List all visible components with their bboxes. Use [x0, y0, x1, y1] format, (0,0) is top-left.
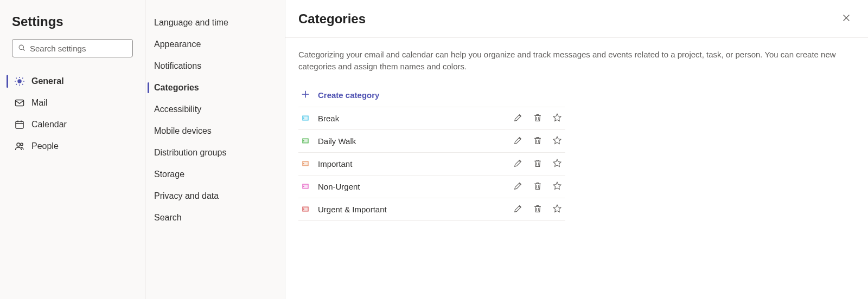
pencil-icon: [513, 204, 523, 215]
star-icon: [552, 113, 562, 124]
category-name: Non-Urgent: [318, 182, 505, 191]
calendar-icon: [14, 119, 25, 130]
svg-rect-3: [16, 100, 24, 106]
pencil-icon: [513, 113, 523, 124]
sidebar-item-label: General: [31, 76, 64, 86]
category-row: Urgent & Important: [298, 198, 565, 221]
category-actions: [512, 158, 563, 170]
category-actions: [512, 180, 563, 192]
category-name: Break: [318, 114, 505, 123]
tag-icon: [301, 181, 310, 191]
svg-rect-4: [16, 121, 23, 128]
favorite-category-button[interactable]: [551, 203, 563, 215]
svg-point-2: [18, 80, 21, 83]
sidebar-item-label: Calendar: [31, 120, 67, 129]
plus-icon: [301, 89, 310, 101]
pencil-icon: [513, 135, 523, 147]
sidebar-item-accessibility[interactable]: Accessibility: [145, 99, 285, 120]
trash-icon: [533, 181, 542, 192]
svg-point-9: [21, 143, 23, 145]
sidebar-item-notifications[interactable]: Notifications: [145, 55, 285, 77]
category-row: Non-Urgent: [298, 176, 565, 198]
star-icon: [552, 204, 562, 215]
category-actions: [512, 112, 563, 124]
people-icon: [14, 141, 25, 152]
edit-category-button[interactable]: [512, 203, 524, 215]
category-row: Important: [298, 153, 565, 176]
sidebar-item-label: Mail: [31, 98, 47, 108]
category-actions: [512, 135, 563, 147]
tag-icon: [301, 204, 310, 214]
delete-category-button[interactable]: [532, 135, 544, 147]
settings-primary-nav: General Mail Calendar People: [8, 68, 137, 157]
settings-main-pane: Categories Categorizing your email and c…: [285, 0, 868, 299]
tag-icon: [301, 136, 310, 146]
sidebar-item-storage[interactable]: Storage: [145, 164, 285, 185]
svg-line-1: [23, 49, 25, 50]
close-button[interactable]: [838, 10, 855, 28]
category-row: Break: [298, 107, 565, 130]
settings-title: Settings: [8, 12, 137, 39]
trash-icon: [533, 158, 542, 170]
star-icon: [552, 181, 562, 192]
settings-primary-sidebar: Settings General Mail Calendar: [0, 0, 145, 299]
sidebar-item-distribution-groups[interactable]: Distribution groups: [145, 142, 285, 164]
search-settings-field[interactable]: [12, 39, 133, 57]
settings-secondary-sidebar: Language and time Appearance Notificatio…: [145, 0, 285, 299]
sidebar-item-language-and-time[interactable]: Language and time: [145, 12, 285, 34]
category-name: Important: [318, 159, 505, 168]
sidebar-item-label: People: [31, 141, 59, 151]
gear-icon: [14, 76, 25, 87]
page-description: Categorizing your email and calendar can…: [298, 49, 852, 73]
trash-icon: [533, 135, 542, 147]
trash-icon: [533, 204, 542, 215]
page-title: Categories: [298, 11, 366, 27]
category-name: Daily Walk: [318, 136, 505, 146]
svg-point-0: [19, 45, 23, 49]
delete-category-button[interactable]: [532, 158, 544, 170]
edit-category-button[interactable]: [512, 112, 524, 124]
sidebar-item-mail[interactable]: Mail: [8, 92, 137, 114]
edit-category-button[interactable]: [512, 158, 524, 170]
star-icon: [552, 158, 562, 170]
edit-category-button[interactable]: [512, 135, 524, 147]
pencil-icon: [513, 181, 523, 192]
close-icon: [841, 13, 851, 24]
sidebar-item-appearance[interactable]: Appearance: [145, 34, 285, 55]
sidebar-item-categories[interactable]: Categories: [145, 77, 285, 99]
mail-icon: [14, 98, 25, 108]
favorite-category-button[interactable]: [551, 158, 563, 170]
category-actions: [512, 203, 563, 215]
create-category-label: Create category: [318, 90, 379, 100]
category-name: Urgent & Important: [318, 205, 505, 214]
delete-category-button[interactable]: [532, 180, 544, 192]
main-header: Categories: [285, 0, 868, 38]
create-category-button[interactable]: Create category: [298, 83, 565, 107]
main-body: Categorizing your email and calendar can…: [285, 38, 868, 221]
edit-category-button[interactable]: [512, 180, 524, 192]
tag-icon: [301, 159, 310, 168]
svg-point-8: [17, 143, 20, 146]
star-icon: [552, 135, 562, 147]
sidebar-item-search[interactable]: Search: [145, 207, 285, 229]
search-icon: [18, 44, 25, 53]
pencil-icon: [513, 158, 523, 170]
sidebar-item-people[interactable]: People: [8, 135, 137, 157]
delete-category-button[interactable]: [532, 203, 544, 215]
category-row: Daily Walk: [298, 130, 565, 153]
trash-icon: [533, 113, 542, 124]
sidebar-item-privacy-and-data[interactable]: Privacy and data: [145, 185, 285, 207]
sidebar-item-mobile-devices[interactable]: Mobile devices: [145, 120, 285, 142]
favorite-category-button[interactable]: [551, 112, 563, 124]
sidebar-item-general[interactable]: General: [8, 70, 137, 92]
category-list: Break Daily Walk Important Non-U: [298, 107, 565, 221]
tag-icon: [301, 113, 310, 123]
search-input[interactable]: [30, 44, 133, 53]
sidebar-item-calendar[interactable]: Calendar: [8, 114, 137, 135]
delete-category-button[interactable]: [532, 112, 544, 124]
favorite-category-button[interactable]: [551, 135, 563, 147]
favorite-category-button[interactable]: [551, 180, 563, 192]
